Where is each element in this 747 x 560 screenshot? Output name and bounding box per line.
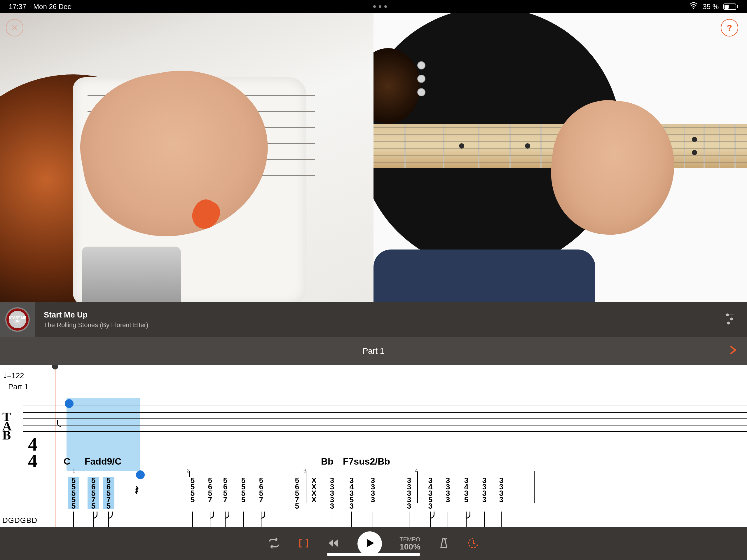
close-button[interactable]	[6, 19, 23, 36]
rhythm-stem	[309, 512, 319, 527]
loop-end-handle[interactable]	[136, 470, 145, 479]
battery-pct: 35 %	[703, 3, 719, 11]
repeat-button[interactable]	[267, 537, 280, 551]
sliders-icon	[723, 313, 736, 326]
wifi-icon	[689, 1, 698, 12]
loop-button[interactable]	[298, 537, 310, 550]
skip-back-icon	[327, 537, 340, 551]
video-area[interactable]: ?	[0, 13, 747, 302]
rest-symbol: 𝄽	[135, 482, 747, 499]
status-date: Mon 26 Dec	[33, 3, 71, 11]
multitask-dots[interactable]	[71, 5, 689, 8]
rhythm-stem	[368, 512, 378, 527]
rewind-button[interactable]	[327, 537, 340, 551]
tempo-value: 100%	[400, 542, 420, 552]
video-left-pane	[0, 13, 374, 302]
next-part-button[interactable]	[727, 344, 738, 358]
svg-marker-8	[334, 539, 338, 547]
rhythm-stem	[404, 512, 414, 527]
loop-start-handle[interactable]	[65, 399, 74, 408]
metronome-icon	[438, 537, 450, 550]
svg-line-12	[473, 543, 475, 544]
loop-brackets-icon	[298, 537, 310, 550]
rhythm-stem	[292, 512, 302, 527]
rhythm-stem	[103, 512, 114, 527]
countdown-icon	[467, 537, 480, 550]
rhythm-stem	[425, 512, 436, 527]
tab-clef: T A B	[2, 412, 12, 440]
rhythm-stem	[220, 512, 231, 527]
rhythm-stem	[479, 512, 490, 527]
rhythm-stem	[461, 512, 471, 527]
metronome-button[interactable]	[438, 537, 450, 550]
mixer-button[interactable]	[712, 313, 747, 326]
bar-number: 3	[304, 468, 306, 474]
svg-point-0	[693, 7, 694, 9]
rhythm-stem	[256, 512, 266, 527]
album-badge: START ME UP!	[5, 307, 30, 332]
svg-marker-9	[367, 539, 374, 547]
video-right-pane	[374, 13, 747, 302]
play-icon	[364, 537, 376, 550]
rhythm-stem	[88, 512, 99, 527]
home-indicator[interactable]	[327, 553, 420, 556]
svg-point-4	[726, 314, 729, 316]
album-art[interactable]: START ME UP!	[0, 302, 35, 337]
rhythm-stem	[346, 512, 357, 527]
status-time: 17:37	[9, 3, 26, 11]
status-bar: 17:37 Mon 26 Dec 35 %	[0, 0, 747, 13]
tempo-label: TEMPO	[400, 536, 420, 542]
part-selector[interactable]: Part 1	[0, 337, 747, 365]
chevron-right-icon	[727, 349, 738, 357]
rhythm-stem	[68, 512, 79, 527]
rhythm-stem	[496, 512, 507, 527]
half-rest-symbol	[57, 419, 61, 427]
countdown-button[interactable]	[467, 537, 480, 550]
battery-icon	[723, 3, 738, 10]
chord-symbol: C	[63, 456, 70, 467]
song-subtitle: The Rolling Stones (By Florent Elter)	[44, 321, 712, 329]
rhythm-stem	[205, 512, 215, 527]
tab-staff	[23, 406, 747, 438]
section-label: Part 1	[8, 382, 28, 391]
tempo-button[interactable]: TEMPO 100%	[400, 536, 420, 552]
help-button[interactable]: ?	[721, 19, 738, 36]
tuning-label: DGDGBD	[2, 516, 37, 525]
rhythm-stem	[238, 512, 249, 527]
tab-column: .56575	[87, 471, 99, 509]
tab-column: .55555	[68, 471, 79, 509]
part-label: Part 1	[363, 347, 385, 356]
tempo-marking: ♩=122	[3, 371, 24, 380]
tab-column: .56575	[103, 471, 114, 509]
repeat-icon	[267, 537, 280, 551]
rhythm-stem	[187, 512, 198, 527]
rhythm-stem	[443, 512, 453, 527]
tablature-area[interactable]: ♩=122 Part 1 DGDGBD T A B 44 1234 CFadd9…	[0, 365, 747, 527]
chord-symbol: Fadd9/C	[85, 456, 121, 467]
chord-symbol: Bb	[321, 456, 334, 467]
chord-symbol: F7sus2/Bb	[343, 456, 390, 467]
play-button[interactable]	[357, 531, 382, 556]
song-info-bar: START ME UP! Start Me Up The Rolling Sto…	[0, 302, 747, 337]
bar-number: 4	[415, 468, 418, 474]
svg-point-6	[727, 322, 730, 324]
svg-point-5	[730, 318, 733, 320]
song-title: Start Me Up	[44, 310, 712, 320]
svg-marker-7	[329, 539, 333, 547]
transport-controls: TEMPO 100%	[0, 527, 747, 560]
rhythm-stem	[327, 512, 337, 527]
